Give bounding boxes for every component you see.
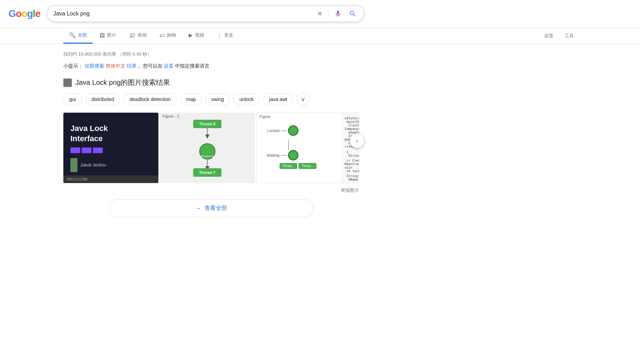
next-images-button[interactable]: ›: [350, 134, 364, 148]
tip-settings-link[interactable]: 设置: [164, 63, 174, 69]
chip-java-awt[interactable]: java awt: [263, 93, 293, 105]
logo-letter-l: l: [33, 8, 35, 19]
tip-link-results[interactable]: 结果: [127, 63, 137, 69]
close-icon: ✕: [317, 10, 322, 18]
img3-code-line: ck lock = new ReentrantLock();: [345, 169, 359, 173]
image-strip-container: Java LockInterface Jakob Jenkov NKCV.COM…: [63, 113, 359, 183]
voice-search-button[interactable]: [333, 8, 343, 19]
image-section-icon: [63, 79, 72, 87]
tab-news-label: 新闻: [138, 32, 147, 38]
tab-images-label: 图片: [107, 32, 116, 38]
image-thumb-2[interactable]: Figure - 1 Thread X Resource B Thread Y: [160, 113, 255, 183]
see-all-arrow-icon: →: [195, 205, 201, 212]
purple-box-3: [93, 148, 103, 153]
tip-link-chinese[interactable]: 简体中文: [106, 63, 125, 69]
svg-text:Resource: Resource: [201, 155, 214, 158]
purple-box-1: [70, 148, 80, 153]
img3-waiting-row: Waiting: [260, 150, 338, 161]
tab-more-label: 更多: [224, 32, 233, 38]
img3-content: Locked Waiting Threa... Threa...: [257, 113, 359, 183]
img3-code-line: main(String[] args) {: [345, 120, 359, 124]
image-thumb-1[interactable]: Java LockInterface Jakob Jenkov NKCV.COM: [63, 113, 158, 183]
img3-thread-boxes: Threa... Threa...: [280, 163, 338, 170]
logo-letter-e: e: [35, 8, 40, 19]
img3-code-line: Crunchify = new Company("Crunchify");: [345, 124, 359, 131]
img3-code-line: {: [345, 150, 359, 154]
report-images[interactable]: 举报图片: [63, 187, 359, 194]
chevron-down-icon: ∨: [301, 95, 305, 103]
svg-rect-0: [65, 81, 70, 85]
tab-images[interactable]: 🖼 图片: [94, 28, 122, 44]
img3-thread-box1: Threa...: [280, 163, 297, 169]
image-thumb-3[interactable]: Figure Locked Waiting: [256, 113, 359, 183]
search-button[interactable]: [347, 8, 358, 19]
divider: [328, 10, 328, 18]
tab-all[interactable]: 🔍 全部: [63, 28, 93, 44]
img3-thread-box2: Threa...: [299, 163, 316, 169]
chip-distributed[interactable]: distributed: [86, 93, 120, 105]
tab-shopping-label: 购物: [167, 32, 176, 38]
image-section-heading: Java Lock png的图片搜索结果: [75, 78, 170, 87]
img3-waiting-circle: [288, 150, 299, 161]
header: G o o g l e ✕: [0, 0, 640, 28]
img3-locked-circle: [288, 125, 299, 136]
tip-suffix2: 中指定搜索语言: [175, 63, 209, 69]
images-icon: 🖼: [100, 32, 105, 38]
img3-locked-row: Locked: [260, 125, 338, 136]
search-icons: ✕: [316, 8, 358, 19]
videos-icon: ▶: [189, 32, 193, 38]
result-stats: 找到约 19,900,000 条结果 （用时 0.43 秒）: [63, 51, 359, 57]
img3-vert-line: [288, 139, 289, 150]
img3-line2: [281, 155, 287, 156]
nav-right: 设置 工具: [541, 29, 577, 43]
clear-button[interactable]: ✕: [316, 8, 324, 19]
img3-code-line: c) Creates an instance of ReentrantLock.…: [345, 159, 359, 169]
logo-letter-g2: g: [27, 8, 33, 19]
more-dots-icon: ⋮: [217, 32, 222, 38]
more-chips-button[interactable]: ∨: [297, 93, 309, 106]
purple-box-2: [82, 148, 92, 153]
tab-news[interactable]: 📰 新闻: [123, 28, 152, 44]
img2-diagram: Thread X Resource B Thread Y: [167, 116, 248, 180]
img3-code-line: nkTutorial {: [345, 117, 359, 120]
img3-waiting-label: Waiting: [260, 153, 280, 157]
tab-videos[interactable]: ▶ 视频: [183, 28, 210, 44]
img1-accent-bar: [70, 158, 77, 172]
img1-author: Jakob Jenkov: [70, 158, 151, 172]
tab-shopping[interactable]: 🏷 购物: [154, 28, 182, 44]
img3-line1: [281, 131, 287, 131]
nav-tabs: 🔍 全部 🖼 图片 📰 新闻 🏷 购物 ▶ 视频 ⋮ 更多 设置 工具: [0, 28, 640, 44]
tip-link-search-only[interactable]: 仅限搜索: [84, 63, 104, 69]
tab-more[interactable]: ⋮ 更多: [211, 28, 239, 44]
tip-suffix1: 。您可以在: [138, 63, 163, 69]
see-all-label: 查看全部: [205, 205, 227, 212]
svg-text:Thread Y: Thread Y: [199, 170, 216, 175]
chip-map[interactable]: map: [180, 93, 202, 105]
logo-letter-o2: o: [21, 8, 27, 19]
img3-code: nkTutorial { main(String[] args) { Crunc…: [341, 113, 359, 183]
search-box: ✕: [47, 6, 364, 22]
main-content: 找到约 19,900,000 条结果 （用时 0.43 秒） 小提示： 仅限搜索…: [0, 44, 422, 224]
tip-bar: 小提示： 仅限搜索 简体中文 结果 。您可以在 设置 中指定搜索语言: [63, 63, 359, 69]
tip-prefix: 小提示：: [63, 63, 83, 69]
tab-all-label: 全部: [78, 32, 87, 38]
see-all-button[interactable]: → 查看全部: [109, 199, 313, 217]
img1-source: NKCV.COM: [63, 175, 158, 183]
img1-author-name: Jakob Jenkov: [80, 163, 106, 168]
img1-title: Java LockInterface: [70, 124, 151, 144]
tools-button[interactable]: 工具: [562, 29, 577, 43]
settings-button[interactable]: 设置: [541, 29, 556, 43]
img3-code-line: kName = name;: [345, 178, 359, 181]
google-logo: G o o g l e: [8, 8, 40, 19]
chip-deadlock-detection[interactable]: deadlock detection: [124, 93, 177, 105]
search-input[interactable]: [53, 11, 316, 17]
image-strip: Java LockInterface Jakob Jenkov NKCV.COM…: [63, 113, 359, 183]
img3-locked-label: Locked: [260, 128, 280, 133]
img1-purple-boxes: [70, 148, 151, 153]
chip-gui[interactable]: gui: [63, 93, 82, 105]
chip-unlock[interactable]: unlock: [233, 93, 259, 105]
chip-swing[interactable]: swing: [205, 93, 230, 105]
shopping-icon: 🏷: [159, 32, 165, 38]
logo-letter-g: G: [8, 8, 16, 19]
image-icon: [64, 80, 71, 86]
